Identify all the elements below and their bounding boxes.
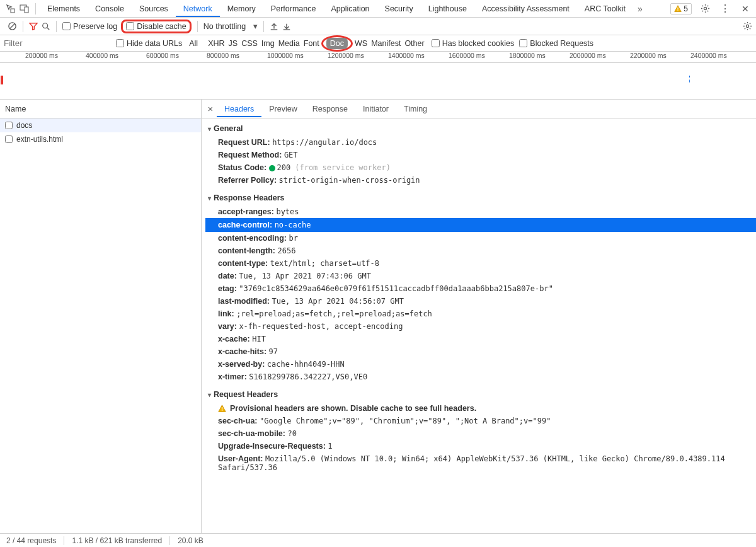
svg-point-8 bbox=[43, 23, 48, 28]
overflow-icon[interactable]: » bbox=[633, 2, 647, 16]
request-header-row[interactable]: Upgrade-Insecure-Requests: 1 bbox=[205, 440, 756, 452]
filter-type-all[interactable]: All bbox=[187, 38, 200, 49]
clear-button[interactable] bbox=[8, 21, 17, 31]
details-tab-preview[interactable]: Preview bbox=[261, 101, 304, 117]
response-header-row[interactable]: content-type: text/html; charset=utf-8 bbox=[205, 257, 756, 270]
response-header-row[interactable]: x-timer: S1618299786.342227,VS0,VE0 bbox=[205, 371, 756, 383]
gear-icon[interactable] bbox=[698, 2, 712, 16]
timeline-tick: 1800000 ms bbox=[509, 52, 546, 59]
dropdown-icon[interactable]: ▾ bbox=[253, 21, 258, 31]
response-header-row[interactable]: link: ;rel=preload;as=fetch,;rel=preload… bbox=[205, 308, 756, 320]
search-icon[interactable] bbox=[42, 22, 50, 31]
preserve-log-checkbox[interactable]: Preserve log bbox=[62, 22, 117, 31]
svg-point-5 bbox=[704, 7, 706, 9]
status-requests: 2 / 44 requests bbox=[6, 536, 64, 545]
svg-line-7 bbox=[10, 24, 15, 29]
status-transferred: 1.1 kB / 621 kB transferred bbox=[72, 536, 170, 545]
filter-type-xhr[interactable]: XHR bbox=[206, 38, 226, 49]
section-request-headers[interactable]: Request Headers bbox=[205, 387, 756, 402]
response-header-row[interactable]: vary: x-fh-requested-host, accept-encodi… bbox=[205, 320, 756, 333]
network-settings-icon[interactable] bbox=[743, 21, 752, 31]
section-general[interactable]: General bbox=[205, 121, 756, 136]
details-tab-headers[interactable]: Headers bbox=[217, 101, 261, 117]
has-blocked-cookies-checkbox[interactable]: Has blocked cookies bbox=[432, 39, 515, 48]
request-row[interactable]: extn-utils.html bbox=[0, 132, 201, 146]
details-tab-initiator[interactable]: Initiator bbox=[355, 101, 396, 117]
network-filter-row: Hide data URLs AllXHRJSCSSImgMediaFontDo… bbox=[0, 35, 756, 52]
tab-security[interactable]: Security bbox=[377, 1, 421, 17]
response-header-row[interactable]: x-cache: HIT bbox=[205, 333, 756, 345]
filter-type-ws[interactable]: WS bbox=[353, 38, 369, 49]
tab-performance[interactable]: Performance bbox=[263, 1, 324, 17]
hide-data-urls-checkbox[interactable]: Hide data URLs bbox=[116, 39, 182, 48]
timeline-tick: 1400000 ms bbox=[388, 52, 425, 59]
tab-application[interactable]: Application bbox=[323, 1, 377, 17]
request-header-row[interactable]: sec-ch-ua-mobile: ?0 bbox=[205, 427, 756, 440]
tab-lighthouse[interactable]: Lighthouse bbox=[421, 1, 474, 17]
device-toggle-icon[interactable] bbox=[18, 2, 32, 16]
tab-console[interactable]: Console bbox=[88, 1, 132, 17]
timeline-tick: 2400000 ms bbox=[690, 52, 727, 59]
tab-memory[interactable]: Memory bbox=[220, 1, 263, 17]
response-header-row[interactable]: content-length: 2656 bbox=[205, 245, 756, 257]
tab-arc-toolkit[interactable]: ARC Toolkit bbox=[577, 1, 633, 17]
filter-type-other[interactable]: Other bbox=[403, 38, 426, 49]
inspect-icon[interactable] bbox=[4, 2, 18, 16]
svg-rect-12 bbox=[222, 410, 222, 410]
response-header-row[interactable]: content-encoding: br bbox=[205, 232, 756, 245]
svg-rect-4 bbox=[678, 10, 679, 11]
svg-point-10 bbox=[746, 25, 748, 27]
throttling-select[interactable]: No throttling bbox=[203, 22, 246, 31]
filter-type-js[interactable]: JS bbox=[227, 38, 240, 49]
menu-icon[interactable]: ⋮ bbox=[718, 2, 732, 16]
response-header-row[interactable]: cache-control: no-cache bbox=[205, 218, 756, 232]
filter-input[interactable] bbox=[4, 38, 98, 48]
filter-type-manifest[interactable]: Manifest bbox=[369, 38, 403, 49]
filter-type-css[interactable]: CSS bbox=[239, 38, 260, 49]
tab-elements[interactable]: Elements bbox=[40, 1, 88, 17]
filter-icon[interactable] bbox=[29, 22, 38, 31]
close-icon[interactable]: ✕ bbox=[738, 2, 752, 16]
status-resources: 20.0 kB bbox=[178, 536, 203, 545]
status-dot-icon bbox=[269, 165, 275, 171]
warnings-badge[interactable]: 5 bbox=[670, 3, 692, 14]
response-header-row[interactable]: accept-ranges: bytes bbox=[205, 205, 756, 218]
response-header-row[interactable]: date: Tue, 13 Apr 2021 07:43:06 GMT bbox=[205, 270, 756, 282]
filter-type-doc[interactable]: Doc bbox=[326, 38, 348, 49]
request-header-row[interactable]: User-Agent: Mozilla/5.0 (Windows NT 10.0… bbox=[205, 452, 756, 474]
tab-network[interactable]: Network bbox=[176, 1, 220, 17]
network-toolbar: Preserve log Disable cache No throttling… bbox=[0, 18, 756, 35]
warn-count: 5 bbox=[684, 4, 688, 13]
tab-accessibility-assessment[interactable]: Accessibility Assessment bbox=[474, 1, 577, 17]
details-tab-response[interactable]: Response bbox=[305, 101, 355, 117]
filter-type-media[interactable]: Media bbox=[277, 38, 302, 49]
timeline-start-marker bbox=[1, 76, 3, 84]
upload-icon[interactable] bbox=[270, 22, 278, 31]
response-header-row[interactable]: last-modified: Tue, 13 Apr 2021 04:56:07… bbox=[205, 295, 756, 308]
request-header-row[interactable]: sec-ch-ua: "Google Chrome";v="89", "Chro… bbox=[205, 415, 756, 427]
response-header-row[interactable]: x-served-by: cache-hhn4049-HHN bbox=[205, 358, 756, 371]
close-details-button[interactable]: × bbox=[204, 103, 217, 115]
svg-rect-0 bbox=[11, 9, 14, 13]
request-method-row: Request Method: GET bbox=[205, 149, 756, 161]
network-timeline[interactable]: 200000 ms400000 ms600000 ms800000 ms1000… bbox=[0, 52, 756, 100]
requests-header[interactable]: Name bbox=[0, 100, 201, 118]
section-response-headers[interactable]: Response Headers bbox=[205, 190, 756, 205]
filter-type-font[interactable]: Font bbox=[302, 38, 321, 49]
separator bbox=[35, 3, 36, 14]
filter-type-img[interactable]: Img bbox=[260, 38, 277, 49]
request-name: extn-utils.html bbox=[16, 135, 63, 144]
blocked-requests-checkbox[interactable]: Blocked Requests bbox=[519, 39, 593, 48]
request-row[interactable]: docs bbox=[0, 118, 201, 132]
request-checkbox[interactable] bbox=[5, 135, 13, 143]
tab-sources[interactable]: Sources bbox=[132, 1, 176, 17]
separator bbox=[197, 21, 198, 32]
details-tab-timing[interactable]: Timing bbox=[396, 101, 435, 117]
network-main: Name docsextn-utils.html × HeadersPrevie… bbox=[0, 100, 756, 533]
response-header-row[interactable]: etag: "3769c1c8534629aa646e0c079f61f5151… bbox=[205, 282, 756, 295]
response-header-row[interactable]: x-cache-hits: 97 bbox=[205, 345, 756, 358]
disable-cache-checkbox[interactable]: Disable cache bbox=[126, 22, 186, 31]
request-checkbox[interactable] bbox=[5, 122, 13, 129]
requests-list: Name docsextn-utils.html bbox=[0, 100, 202, 533]
download-icon[interactable] bbox=[282, 22, 291, 31]
